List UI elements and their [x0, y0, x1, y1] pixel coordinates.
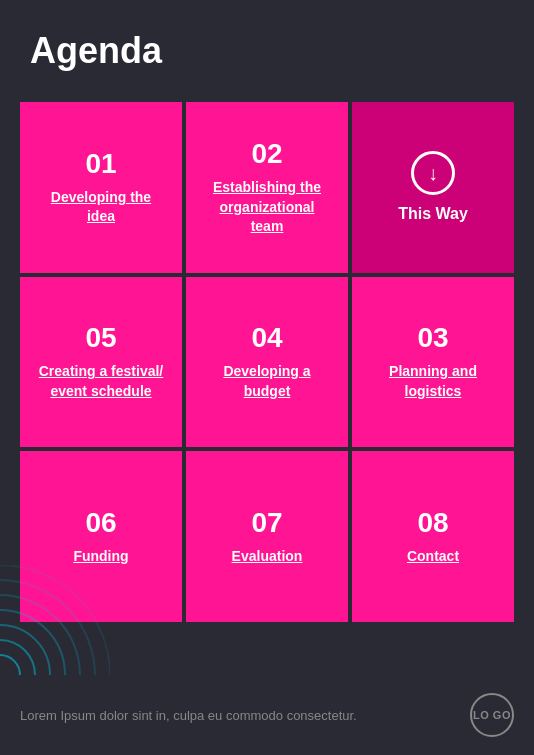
cell-01-label: Developing the idea: [36, 188, 166, 227]
cell-07-label: Evaluation: [232, 547, 303, 567]
cell-08-label: Contact: [407, 547, 459, 567]
cell-03-label: Planning and logistics: [368, 362, 498, 401]
cell-04-label: Developing a budget: [202, 362, 332, 401]
cell-01-number: 01: [85, 148, 116, 180]
cell-06-label: Funding: [73, 547, 128, 567]
cell-06-number: 06: [85, 507, 116, 539]
cell-05-number: 05: [85, 322, 116, 354]
grid-cell-08[interactable]: 08 Contact: [352, 451, 514, 622]
footer: Lorem Ipsum dolor sint in, culpa eu comm…: [0, 675, 534, 755]
agenda-grid: 01 Developing the idea 02 Establishing t…: [20, 102, 514, 622]
arrow-down-icon: ↓: [428, 162, 438, 185]
page-title: Agenda: [0, 0, 534, 92]
cell-02-number: 02: [251, 138, 282, 170]
grid-cell-05[interactable]: 05 Creating a festival/ event schedule: [20, 277, 182, 448]
this-way-label: This Way: [398, 205, 468, 223]
grid-cell-07[interactable]: 07 Evaluation: [186, 451, 348, 622]
grid-cell-02[interactable]: 02 Establishing the organizational team: [186, 102, 348, 273]
grid-cell-06[interactable]: 06 Funding: [20, 451, 182, 622]
grid-cell-04[interactable]: 04 Developing a budget: [186, 277, 348, 448]
logo: LO GO: [470, 693, 514, 737]
this-way-icon: ↓: [411, 151, 455, 195]
cell-08-number: 08: [417, 507, 448, 539]
grid-cell-this-way[interactable]: ↓ This Way: [352, 102, 514, 273]
cell-02-label: Establishing the organizational team: [202, 178, 332, 237]
cell-07-number: 07: [251, 507, 282, 539]
grid-cell-03[interactable]: 03 Planning and logistics: [352, 277, 514, 448]
cell-04-number: 04: [251, 322, 282, 354]
grid-cell-01[interactable]: 01 Developing the idea: [20, 102, 182, 273]
cell-05-label: Creating a festival/ event schedule: [36, 362, 166, 401]
footer-text: Lorem Ipsum dolor sint in, culpa eu comm…: [20, 708, 470, 723]
cell-03-number: 03: [417, 322, 448, 354]
